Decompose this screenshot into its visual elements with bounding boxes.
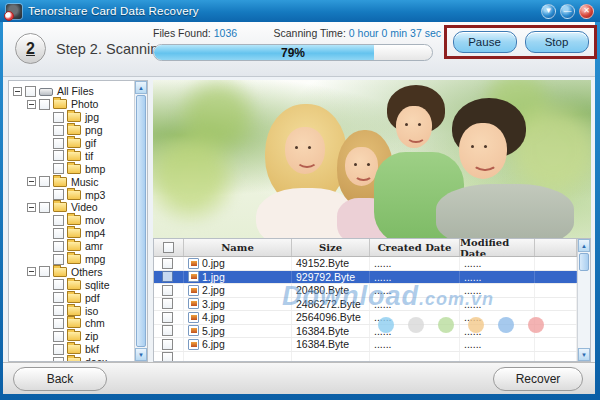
tree-checkbox[interactable] <box>53 318 64 329</box>
tree-expander-icon[interactable] <box>41 229 50 238</box>
row-checkbox[interactable] <box>162 271 173 282</box>
table-row[interactable]: 6.jpg 16384.Byte ...... ...... <box>154 338 577 352</box>
tree-checkbox[interactable] <box>53 112 64 123</box>
tree-item[interactable]: mov <box>9 214 134 227</box>
tree-expander-icon[interactable] <box>41 151 50 160</box>
table-row[interactable]: 0.jpg 49152.Byte ...... ...... <box>154 257 577 271</box>
tree-item[interactable]: Photo <box>9 98 134 111</box>
tree-checkbox[interactable] <box>39 202 50 213</box>
tree-item[interactable]: docx <box>9 356 134 361</box>
tree-item[interactable]: Others <box>9 265 134 278</box>
row-checkbox[interactable] <box>162 352 173 361</box>
tree-checkbox[interactable] <box>53 215 64 226</box>
tree-expander-icon[interactable] <box>41 164 50 173</box>
select-all-checkbox[interactable] <box>163 242 174 253</box>
tree-expander-icon[interactable] <box>41 280 50 289</box>
table-row[interactable]: 4.jpg 2564096.Byte ...... ...... <box>154 311 577 325</box>
tree-checkbox[interactable] <box>53 254 64 265</box>
tree-expander-icon[interactable] <box>41 255 50 264</box>
tree-item[interactable]: png <box>9 124 134 137</box>
tree-checkbox[interactable] <box>53 292 64 303</box>
tree-item[interactable]: Video <box>9 201 134 214</box>
scroll-up-icon[interactable]: ▲ <box>135 81 147 94</box>
tree-expander-icon[interactable] <box>41 345 50 354</box>
scroll-down-icon[interactable]: ▼ <box>135 348 147 361</box>
tree-item[interactable]: sqlite <box>9 278 134 291</box>
menu-arrow-button[interactable]: ▼ <box>541 4 556 19</box>
table-row[interactable]: 1.jpg 929792.Byte ...... ...... <box>154 271 577 285</box>
table-row[interactable]: 3.jpg 2486272.Byte ...... ...... <box>154 298 577 312</box>
tree-item[interactable]: iso <box>9 304 134 317</box>
tree-expander-icon[interactable] <box>41 332 50 341</box>
tree-checkbox[interactable] <box>53 344 64 355</box>
tree-expander-icon[interactable] <box>41 306 50 315</box>
scroll-down-icon[interactable]: ▼ <box>578 348 590 361</box>
tree-expander-icon[interactable] <box>13 87 22 96</box>
tree-checkbox[interactable] <box>53 125 64 136</box>
table-scrollbar-thumb[interactable] <box>579 253 589 271</box>
close-button[interactable]: ✕ <box>579 4 594 19</box>
tree-checkbox[interactable] <box>53 189 64 200</box>
minimize-button[interactable]: — <box>560 4 575 19</box>
tree-item[interactable]: mp4 <box>9 227 134 240</box>
tree-item[interactable]: tif <box>9 149 134 162</box>
tree-item[interactable]: chm <box>9 317 134 330</box>
tree-scrollbar-thumb[interactable] <box>136 95 146 347</box>
tree-checkbox[interactable] <box>53 228 64 239</box>
tree-expander-icon[interactable] <box>27 177 36 186</box>
tree-expander-icon[interactable] <box>41 190 50 199</box>
table-row[interactable]: 2.jpg 20480.Byte ...... ...... <box>154 284 577 298</box>
scroll-up-icon[interactable]: ▲ <box>578 239 590 252</box>
tree-checkbox[interactable] <box>53 279 64 290</box>
tree-checkbox[interactable] <box>25 86 36 97</box>
column-header[interactable]: Name <box>184 239 292 256</box>
row-checkbox[interactable] <box>162 298 173 309</box>
tree-expander-icon[interactable] <box>41 126 50 135</box>
tree-checkbox[interactable] <box>53 357 64 361</box>
tree-item[interactable]: gif <box>9 137 134 150</box>
recover-button[interactable]: Recover <box>493 367 583 391</box>
tree-item[interactable]: All Files <box>9 85 134 98</box>
tree-expander-icon[interactable] <box>27 267 36 276</box>
tree-item[interactable]: bkf <box>9 343 134 356</box>
row-checkbox[interactable] <box>162 339 173 350</box>
column-header[interactable]: Modified Date <box>460 239 535 256</box>
tree-item[interactable]: pdf <box>9 291 134 304</box>
tree-expander-icon[interactable] <box>41 319 50 328</box>
pause-button[interactable]: Pause <box>453 31 517 53</box>
tree-item[interactable]: amr <box>9 240 134 253</box>
tree-scrollbar[interactable]: ▲ ▼ <box>134 81 147 361</box>
column-header[interactable]: Created Date <box>370 239 460 256</box>
tree-checkbox[interactable] <box>53 305 64 316</box>
row-checkbox[interactable] <box>162 325 173 336</box>
tree-item[interactable]: jpg <box>9 111 134 124</box>
tree-expander-icon[interactable] <box>41 358 50 361</box>
back-button[interactable]: Back <box>13 367 107 391</box>
tree-checkbox[interactable] <box>39 176 50 187</box>
tree-item[interactable]: bmp <box>9 162 134 175</box>
tree-expander-icon[interactable] <box>41 216 50 225</box>
tree-expander-icon[interactable] <box>41 113 50 122</box>
tree-checkbox[interactable] <box>53 138 64 149</box>
tree-expander-icon[interactable] <box>41 293 50 302</box>
tree-expander-icon[interactable] <box>27 203 36 212</box>
tree-checkbox[interactable] <box>53 150 64 161</box>
tree-checkbox[interactable] <box>39 99 50 110</box>
tree-item[interactable]: mp3 <box>9 188 134 201</box>
row-checkbox[interactable] <box>162 312 173 323</box>
tree-checkbox[interactable] <box>39 266 50 277</box>
tree-checkbox[interactable] <box>53 241 64 252</box>
tree-item[interactable]: mpg <box>9 253 134 266</box>
stop-button[interactable]: Stop <box>525 31 589 53</box>
tree-item[interactable]: zip <box>9 330 134 343</box>
tree-checkbox[interactable] <box>53 163 64 174</box>
column-header[interactable]: Size <box>292 239 370 256</box>
table-row[interactable]: 5.jpg 16384.Byte ...... ...... <box>154 325 577 339</box>
tree-item[interactable]: Music <box>9 175 134 188</box>
tree-expander-icon[interactable] <box>27 100 36 109</box>
row-checkbox[interactable] <box>162 285 173 296</box>
table-row[interactable] <box>154 352 577 362</box>
tree-expander-icon[interactable] <box>41 242 50 251</box>
table-scrollbar[interactable]: ▲ ▼ <box>577 239 590 361</box>
tree-checkbox[interactable] <box>53 331 64 342</box>
